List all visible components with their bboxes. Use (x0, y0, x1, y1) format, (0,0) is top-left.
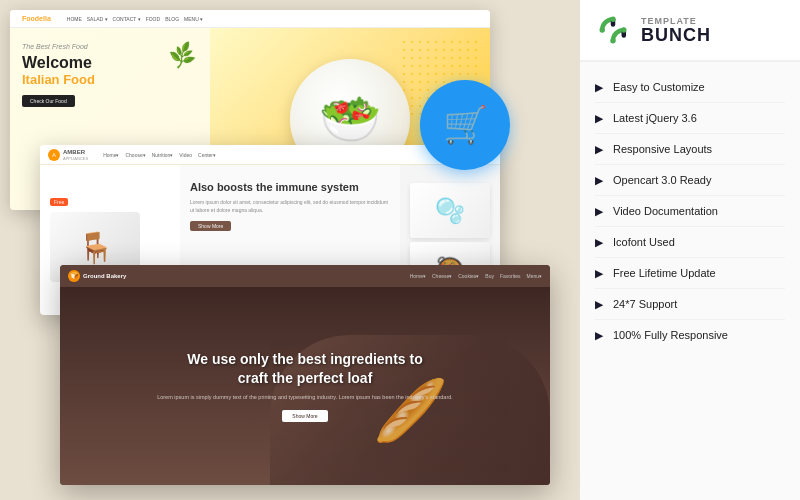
arrow-icon-9: ▶ (595, 330, 603, 341)
bakery-subtitle: Lorem ipsum is simply dummy text of the … (157, 393, 453, 402)
svg-point-2 (621, 27, 626, 32)
left-panel: Foodella HOME SALAD ▾ CONTACT ▾ FOOD BLO… (0, 0, 580, 500)
feature-label-8: 24*7 Support (613, 298, 677, 310)
side-product-1: 🫧 (410, 183, 490, 238)
bakery-nav-item: Cookies▾ (458, 273, 479, 279)
top-left-content: The Best Fresh Food Welcome Italian Food… (10, 28, 210, 210)
feature-item-1: ▶ Easy to Customize (595, 72, 785, 103)
feature-label-2: Latest jQuery 3.6 (613, 112, 697, 124)
cta-button[interactable]: Check Our Food (22, 95, 75, 107)
bottom-body: 🥖 We use only the best ingredients to cr… (60, 287, 550, 485)
bakery-name: Ground Bakery (83, 273, 126, 279)
arrow-icon-1: ▶ (595, 82, 603, 93)
nav-item: CONTACT ▾ (113, 16, 141, 22)
bottom-mockup: 🍞 Ground Bakery Home▾ Cheese▾ Cookies▾ B… (60, 265, 550, 485)
feature-label-5: Video Documentation (613, 205, 718, 217)
feature-item-5: ▶ Video Documentation (595, 196, 785, 227)
bakery-nav-items: Home▾ Cheese▾ Cookies▾ Buy Favorites Men… (410, 273, 542, 279)
feature-item-8: ▶ 24*7 Support (595, 289, 785, 320)
bakery-icon: 🍞 (68, 270, 80, 282)
bakery-logo: 🍞 Ground Bakery (68, 270, 126, 282)
more-button[interactable]: Show More (190, 221, 231, 231)
bakery-cta-button[interactable]: Show More (282, 410, 327, 422)
welcome-small: The Best Fresh Food (22, 43, 198, 50)
nav-item: MENU ▾ (184, 16, 203, 22)
bakery-nav-item: Home▾ (410, 273, 426, 279)
feature-label-6: Icofont Used (613, 236, 675, 248)
feature-label-3: Responsive Layouts (613, 143, 712, 155)
right-panel: templaTe BUNCH ▶ Easy to Customize ▶ Lat… (580, 0, 800, 500)
nav-item: BLOG (165, 16, 179, 22)
immune-title: Also boosts the immune system (190, 180, 390, 194)
feature-label-4: Opencart 3.0 Ready (613, 174, 711, 186)
templatebunch-logo (595, 12, 631, 48)
nav-item: SALAD ▾ (87, 16, 108, 22)
arrow-icon-4: ▶ (595, 175, 603, 186)
top-nav: Foodella HOME SALAD ▾ CONTACT ▾ FOOD BLO… (10, 10, 490, 28)
bunch-label: BUNCH (641, 26, 711, 44)
italian-food-label: Italian Food (22, 72, 198, 87)
feature-label-9: 100% Fully Responsive (613, 329, 728, 341)
feature-item-6: ▶ Icofont Used (595, 227, 785, 258)
bakery-text-overlay: We use only the best ingredients to craf… (137, 330, 473, 441)
nav-item: FOOD (146, 16, 160, 22)
feature-item-9: ▶ 100% Fully Responsive (595, 320, 785, 350)
feature-item-3: ▶ Responsive Layouts (595, 134, 785, 165)
immune-text: Lorem ipsum dolor sit amet, consectetur … (190, 199, 390, 214)
arrow-icon-8: ▶ (595, 299, 603, 310)
nav-logo: Foodella (22, 15, 51, 22)
feature-item-2: ▶ Latest jQuery 3.6 (595, 103, 785, 134)
svg-point-3 (610, 38, 615, 43)
bottom-nav: 🍞 Ground Bakery Home▾ Cheese▾ Cookies▾ B… (60, 265, 550, 287)
welcome-title: Welcome (22, 53, 198, 72)
bakery-nav-item: Buy (485, 273, 494, 279)
feature-label-7: Free Lifetime Update (613, 267, 716, 279)
arrow-icon-5: ▶ (595, 206, 603, 217)
bakery-title: We use only the best ingredients to craf… (157, 350, 453, 386)
arrow-icon-6: ▶ (595, 237, 603, 248)
feature-item-4: ▶ Opencart 3.0 Ready (595, 165, 785, 196)
arrow-icon-3: ▶ (595, 144, 603, 155)
bakery-nav-item: Menu▾ (526, 273, 542, 279)
nav-item: HOME (67, 16, 82, 22)
feature-item-7: ▶ Free Lifetime Update (595, 258, 785, 289)
features-list: ▶ Easy to Customize ▶ Latest jQuery 3.6 … (580, 62, 800, 500)
cart-icon-wrapper: 🛒 (420, 80, 510, 170)
bakery-nav-item: Cheese▾ (432, 273, 452, 279)
feature-label-1: Easy to Customize (613, 81, 705, 93)
svg-point-1 (600, 27, 605, 32)
template-bunch-title: templaTe BUNCH (641, 16, 711, 44)
svg-point-0 (610, 17, 615, 22)
template-bunch-header: templaTe BUNCH (580, 0, 800, 62)
bakery-nav-item: Favorites (500, 273, 521, 279)
cart-circle-icon: 🛒 (420, 80, 510, 170)
arrow-icon-2: ▶ (595, 113, 603, 124)
nav-items: HOME SALAD ▾ CONTACT ▾ FOOD BLOG MENU ▾ (67, 16, 203, 22)
arrow-icon-7: ▶ (595, 268, 603, 279)
